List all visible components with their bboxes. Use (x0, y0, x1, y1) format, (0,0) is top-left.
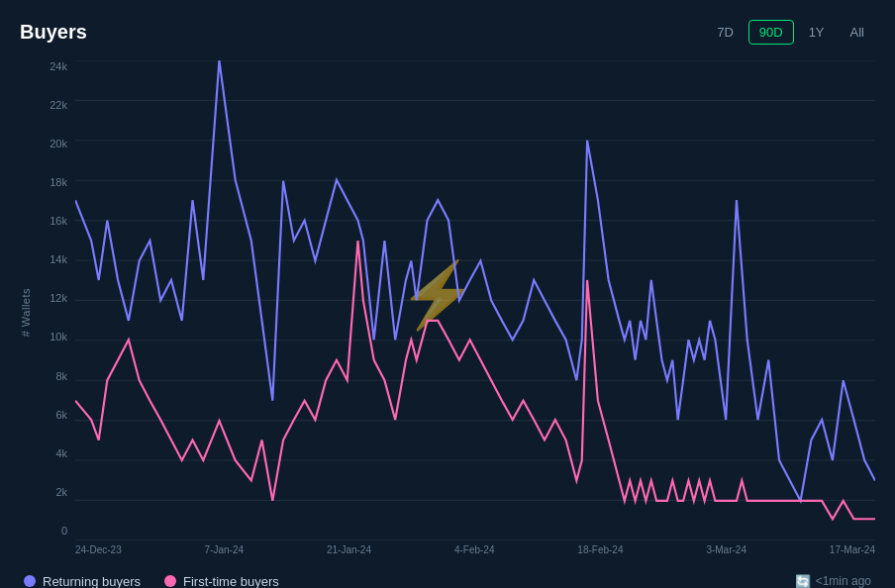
y-label-20k: 20k (50, 138, 67, 149)
returning-label: Returning buyers (43, 574, 141, 588)
y-label-22k: 22k (50, 99, 67, 111)
x-label-mar3: 3-Mar-24 (706, 544, 746, 564)
y-label-18k: 18k (50, 176, 67, 188)
refresh-icon: 🔄 (795, 574, 811, 588)
x-label-mar17: 17-Mar-24 (830, 544, 875, 564)
update-text: <1min ago (816, 574, 871, 588)
chart-footer: Returning buyers First-time buyers 🔄 <1m… (20, 574, 875, 588)
time-btn-7d[interactable]: 7D (706, 20, 745, 45)
y-label-2k: 2k (55, 486, 67, 498)
time-btn-1y[interactable]: 1Y (798, 20, 836, 45)
chart-header: Buyers 7D 90D 1Y All (20, 20, 875, 45)
x-label-jan21: 21-Jan-24 (327, 544, 371, 564)
x-label-feb4: 4-Feb-24 (454, 544, 495, 564)
x-label-dec24: 24-Dec-23 (75, 544, 122, 564)
chart-container: Buyers 7D 90D 1Y All # Wallets 24k 22k 2… (0, 0, 895, 588)
x-label-feb18: 18-Feb-24 (577, 544, 623, 564)
x-axis: 24-Dec-23 7-Jan-24 21-Jan-24 4-Feb-24 18… (75, 540, 875, 564)
y-label-24k: 24k (50, 60, 67, 72)
y-label-4k: 4k (55, 447, 67, 459)
legend-firsttime: First-time buyers (164, 574, 279, 588)
time-controls: 7D 90D 1Y All (706, 20, 875, 45)
y-axis-label: # Wallets (20, 288, 32, 337)
y-label-16k: 16k (50, 215, 67, 227)
x-label-jan7: 7-Jan-24 (205, 544, 244, 564)
chart-body: 24k 22k 20k 18k 16k 14k 12k 10k 8k 6k 4k… (34, 60, 875, 564)
legend: Returning buyers First-time buyers (24, 574, 279, 588)
y-label-14k: 14k (50, 253, 67, 265)
time-btn-all[interactable]: All (840, 20, 875, 45)
legend-returning: Returning buyers (24, 574, 141, 588)
y-label-10k: 10k (50, 331, 67, 343)
y-axis: 24k 22k 20k 18k 16k 14k 12k 10k 8k 6k 4k… (34, 60, 75, 564)
y-label-12k: 12k (50, 292, 67, 304)
returning-dot (24, 575, 36, 587)
firsttime-label: First-time buyers (183, 574, 279, 588)
chart-area: ⚡ 24-Dec-23 7-Jan-24 21-Jan-24 4-Feb-24 … (75, 60, 875, 564)
chart-title: Buyers (20, 21, 87, 44)
time-btn-90d[interactable]: 90D (748, 20, 794, 45)
firsttime-dot (164, 575, 176, 587)
chart-with-ylabel: # Wallets 24k 22k 20k 18k 16k 14k 12k 10… (20, 60, 875, 564)
update-info: 🔄 <1min ago (795, 574, 871, 588)
chart-svg: ⚡ (75, 60, 875, 540)
y-label-0: 0 (61, 525, 67, 537)
y-label-8k: 8k (55, 370, 67, 382)
y-label-6k: 6k (55, 409, 67, 421)
